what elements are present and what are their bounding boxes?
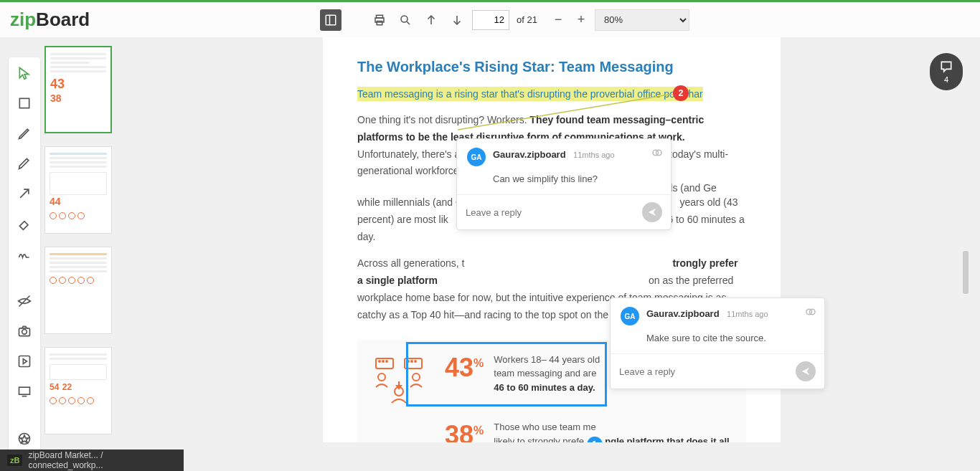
stat-38-text: Those who use team me likely to strongly… — [494, 420, 733, 442]
avatar: GA — [467, 148, 486, 166]
comment-options-icon[interactable] — [651, 146, 664, 162]
camera-tool-icon[interactable] — [14, 321, 34, 341]
zoom-in-button[interactable]: + — [572, 11, 590, 29]
page-viewer: The Workplace's Rising Star: Team Messag… — [143, 37, 966, 442]
toolbar: of 21 − + 80% — [320, 9, 689, 31]
svg-point-13 — [22, 330, 27, 335]
signature-tool-icon[interactable] — [14, 244, 34, 264]
comment-text: Can we simplify this line? — [457, 171, 671, 194]
thumbnail-page-13[interactable]: 44 — [44, 146, 112, 234]
svg-point-22 — [379, 361, 380, 362]
svg-point-29 — [378, 374, 385, 381]
send-reply-button[interactable] — [642, 202, 662, 222]
print-button[interactable] — [369, 9, 390, 31]
comments-fab[interactable]: 4 — [930, 53, 963, 90]
comment-time: 11mths ago — [722, 310, 768, 318]
reply-input[interactable] — [619, 366, 790, 377]
svg-point-24 — [386, 361, 387, 362]
annotation-rect[interactable] — [406, 342, 607, 406]
pointer-tool-icon[interactable] — [14, 63, 34, 83]
breadcrumb[interactable]: zipBoard Market... / connected_workp... — [28, 450, 176, 470]
comment-popup-1: GA Gaurav.zipboard 11mths ago Can we sim… — [456, 138, 672, 230]
comment-author: Gaurav.zipboard — [646, 308, 720, 319]
hide-tool-icon[interactable] — [14, 291, 34, 311]
thumbnails-panel: 43 38 44 54 22 — [42, 43, 126, 442]
svg-rect-0 — [326, 15, 336, 25]
svg-line-11 — [19, 296, 30, 307]
page-heading: The Workplace's Rising Star: Team Messag… — [357, 59, 746, 75]
rectangle-tool-icon[interactable] — [14, 93, 34, 113]
svg-line-20 — [458, 94, 673, 130]
svg-rect-14 — [19, 356, 30, 367]
svg-point-5 — [401, 16, 407, 22]
svg-marker-15 — [23, 359, 27, 364]
thumbnail-page-12[interactable]: 43 38 — [44, 46, 112, 133]
highlighter-tool-icon[interactable] — [14, 153, 34, 173]
play-tool-icon[interactable] — [14, 351, 34, 371]
page-up-button[interactable] — [420, 9, 442, 31]
thumbnail-page-15[interactable]: 54 22 — [44, 347, 112, 434]
avatar: GA — [621, 307, 639, 325]
thumbnail-page-14[interactable] — [44, 247, 112, 334]
comment-popup-2: GA Gaurav.zipboard 11mths ago Make sure … — [610, 298, 825, 389]
sidebar-toggle-button[interactable] — [320, 9, 341, 31]
comments-count: 4 — [944, 75, 948, 84]
svg-marker-19 — [20, 435, 29, 443]
reply-input[interactable] — [466, 207, 636, 218]
star-tool-icon[interactable] — [14, 429, 34, 449]
comment-options-icon[interactable] — [804, 305, 817, 321]
annotation-connector-line — [458, 94, 680, 137]
page-down-button[interactable] — [446, 9, 468, 31]
annotation-toolbar — [9, 57, 40, 471]
zoom-select[interactable]: 80% — [595, 9, 689, 31]
logo: zipBoard — [10, 9, 90, 31]
svg-rect-9 — [19, 98, 29, 108]
device-tool-icon[interactable] — [14, 381, 34, 401]
comment-text: Make sure to cite the source. — [611, 330, 824, 353]
svg-line-6 — [407, 22, 410, 24]
stat-38-percent: 38% — [445, 420, 484, 442]
send-reply-button[interactable] — [796, 361, 816, 381]
svg-point-23 — [382, 361, 384, 362]
zoom-out-button[interactable]: − — [549, 11, 567, 29]
page-total-label: of 21 — [514, 14, 545, 25]
pencil-tool-icon[interactable] — [14, 123, 34, 143]
search-button[interactable] — [395, 9, 416, 31]
bottom-bar: zB zipBoard Market... / connected_workp.… — [0, 449, 184, 471]
comment-time: 11mths ago — [569, 151, 614, 159]
svg-rect-21 — [376, 358, 393, 368]
right-scrollbar[interactable] — [963, 251, 969, 294]
eraser-tool-icon[interactable] — [14, 214, 34, 234]
top-bar: zipBoard of 21 − + 80% — [0, 0, 980, 37]
comment-author: Gaurav.zipboard — [493, 149, 566, 160]
arrow-tool-icon[interactable] — [14, 184, 34, 204]
page-number-input[interactable] — [472, 10, 509, 30]
svg-line-10 — [20, 189, 29, 198]
logo-board: Board — [36, 9, 90, 31]
comment-icon — [939, 60, 953, 74]
svg-rect-16 — [19, 387, 30, 394]
bottom-logo: zB — [7, 455, 22, 466]
annotation-marker-1[interactable]: 1 — [587, 437, 603, 442]
logo-zip: zip — [10, 9, 36, 31]
